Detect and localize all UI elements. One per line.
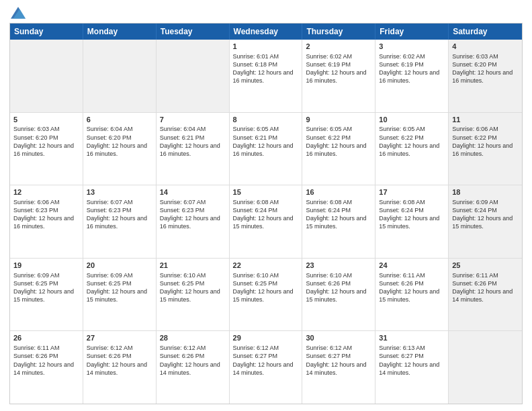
calendar-cell-6: 6Sunrise: 6:04 AM Sunset: 6:20 PM Daylig… [83,113,157,185]
cell-info: Sunrise: 6:09 AM Sunset: 6:25 PM Dayligh… [87,271,152,304]
calendar-cell-8: 8Sunrise: 6:05 AM Sunset: 6:21 PM Daylig… [230,113,303,185]
header-day-sunday: Sunday [10,24,83,40]
day-number: 8 [233,115,299,125]
calendar-cell-17: 17Sunrise: 6:08 AM Sunset: 6:24 PM Dayli… [375,185,449,258]
day-number: 25 [452,261,519,271]
day-number: 1 [233,42,299,52]
day-number: 6 [87,115,152,125]
day-number: 19 [13,261,79,271]
calendar-cell-empty [10,40,83,112]
calendar-cell-27: 27Sunrise: 6:12 AM Sunset: 6:26 PM Dayli… [83,331,157,404]
day-number: 11 [452,115,519,125]
day-number: 10 [379,115,445,125]
calendar-row-5: 26Sunrise: 6:11 AM Sunset: 6:26 PM Dayli… [10,330,522,404]
day-number: 22 [233,261,299,271]
cell-info: Sunrise: 6:04 AM Sunset: 6:20 PM Dayligh… [87,125,152,158]
calendar-cell-28: 28Sunrise: 6:12 AM Sunset: 6:26 PM Dayli… [157,331,230,404]
cell-info: Sunrise: 6:09 AM Sunset: 6:24 PM Dayligh… [452,198,519,231]
day-number: 12 [13,187,79,197]
calendar-cell-empty [157,40,230,112]
header-day-tuesday: Tuesday [157,24,230,40]
cell-info: Sunrise: 6:01 AM Sunset: 6:18 PM Dayligh… [233,52,299,85]
calendar-cell-19: 19Sunrise: 6:09 AM Sunset: 6:25 PM Dayli… [10,259,83,331]
calendar-cell-23: 23Sunrise: 6:10 AM Sunset: 6:26 PM Dayli… [302,259,375,331]
cell-info: Sunrise: 6:07 AM Sunset: 6:23 PM Dayligh… [160,198,226,231]
calendar-cell-7: 7Sunrise: 6:04 AM Sunset: 6:21 PM Daylig… [157,113,230,185]
day-number: 7 [160,115,226,125]
day-number: 26 [13,333,79,343]
calendar-cell-26: 26Sunrise: 6:11 AM Sunset: 6:26 PM Dayli… [10,331,83,404]
cell-info: Sunrise: 6:03 AM Sunset: 6:20 PM Dayligh… [452,52,519,85]
calendar-cell-15: 15Sunrise: 6:08 AM Sunset: 6:24 PM Dayli… [230,185,303,258]
cell-info: Sunrise: 6:11 AM Sunset: 6:26 PM Dayligh… [452,271,519,304]
header-day-thursday: Thursday [302,24,375,40]
calendar-cell-2: 2Sunrise: 6:02 AM Sunset: 6:19 PM Daylig… [302,40,375,112]
day-number: 17 [379,187,445,197]
cell-info: Sunrise: 6:10 AM Sunset: 6:25 PM Dayligh… [233,271,299,304]
header-day-monday: Monday [83,24,157,40]
cell-info: Sunrise: 6:11 AM Sunset: 6:26 PM Dayligh… [13,344,79,377]
cell-info: Sunrise: 6:06 AM Sunset: 6:22 PM Dayligh… [452,125,519,158]
cell-info: Sunrise: 6:10 AM Sunset: 6:26 PM Dayligh… [306,271,371,304]
calendar-cell-25: 25Sunrise: 6:11 AM Sunset: 6:26 PM Dayli… [449,259,522,331]
cell-info: Sunrise: 6:05 AM Sunset: 6:22 PM Dayligh… [306,125,371,158]
cell-info: Sunrise: 6:07 AM Sunset: 6:23 PM Dayligh… [87,198,152,231]
day-number: 29 [233,333,299,343]
day-number: 20 [87,261,152,271]
cell-info: Sunrise: 6:10 AM Sunset: 6:25 PM Dayligh… [160,271,226,304]
calendar-header: SundayMondayTuesdayWednesdayThursdayFrid… [10,24,522,40]
day-number: 5 [13,115,79,125]
day-number: 9 [306,115,371,125]
day-number: 30 [306,333,371,343]
calendar-cell-empty [449,331,522,404]
calendar-row-3: 12Sunrise: 6:06 AM Sunset: 6:23 PM Dayli… [10,185,522,258]
calendar-cell-31: 31Sunrise: 6:13 AM Sunset: 6:27 PM Dayli… [375,331,449,404]
cell-info: Sunrise: 6:12 AM Sunset: 6:27 PM Dayligh… [306,344,371,377]
logo-icon [11,7,26,19]
cell-info: Sunrise: 6:06 AM Sunset: 6:23 PM Dayligh… [13,198,79,231]
cell-info: Sunrise: 6:05 AM Sunset: 6:21 PM Dayligh… [233,125,299,158]
header [9,7,523,19]
calendar-cell-5: 5Sunrise: 6:03 AM Sunset: 6:20 PM Daylig… [10,113,83,185]
page: SundayMondayTuesdayWednesdayThursdayFrid… [0,0,532,411]
calendar-cell-10: 10Sunrise: 6:05 AM Sunset: 6:22 PM Dayli… [375,113,449,185]
logo [9,7,27,19]
calendar-cell-21: 21Sunrise: 6:10 AM Sunset: 6:25 PM Dayli… [157,259,230,331]
day-number: 14 [160,187,226,197]
header-day-wednesday: Wednesday [230,24,303,40]
day-number: 21 [160,261,226,271]
cell-info: Sunrise: 6:12 AM Sunset: 6:26 PM Dayligh… [160,344,226,377]
calendar-cell-1: 1Sunrise: 6:01 AM Sunset: 6:18 PM Daylig… [230,40,303,112]
calendar-cell-4: 4Sunrise: 6:03 AM Sunset: 6:20 PM Daylig… [449,40,522,112]
day-number: 18 [452,187,519,197]
calendar-cell-29: 29Sunrise: 6:12 AM Sunset: 6:27 PM Dayli… [230,331,303,404]
cell-info: Sunrise: 6:08 AM Sunset: 6:24 PM Dayligh… [306,198,371,231]
header-day-saturday: Saturday [449,24,522,40]
calendar-cell-18: 18Sunrise: 6:09 AM Sunset: 6:24 PM Dayli… [449,185,522,258]
calendar-cell-13: 13Sunrise: 6:07 AM Sunset: 6:23 PM Dayli… [83,185,157,258]
calendar-cell-3: 3Sunrise: 6:02 AM Sunset: 6:19 PM Daylig… [375,40,449,112]
calendar-row-1: 1Sunrise: 6:01 AM Sunset: 6:18 PM Daylig… [10,40,522,112]
day-number: 16 [306,187,371,197]
calendar-body: 1Sunrise: 6:01 AM Sunset: 6:18 PM Daylig… [10,40,522,404]
calendar-cell-9: 9Sunrise: 6:05 AM Sunset: 6:22 PM Daylig… [302,113,375,185]
calendar-cell-20: 20Sunrise: 6:09 AM Sunset: 6:25 PM Dayli… [83,259,157,331]
cell-info: Sunrise: 6:04 AM Sunset: 6:21 PM Dayligh… [160,125,226,158]
calendar-cell-12: 12Sunrise: 6:06 AM Sunset: 6:23 PM Dayli… [10,185,83,258]
day-number: 31 [379,333,445,343]
calendar-cell-empty [83,40,157,112]
day-number: 13 [87,187,152,197]
day-number: 2 [306,42,371,52]
day-number: 28 [160,333,226,343]
calendar-cell-16: 16Sunrise: 6:08 AM Sunset: 6:24 PM Dayli… [302,185,375,258]
calendar-cell-22: 22Sunrise: 6:10 AM Sunset: 6:25 PM Dayli… [230,259,303,331]
cell-info: Sunrise: 6:11 AM Sunset: 6:26 PM Dayligh… [379,271,445,304]
calendar-cell-24: 24Sunrise: 6:11 AM Sunset: 6:26 PM Dayli… [375,259,449,331]
day-number: 4 [452,42,519,52]
cell-info: Sunrise: 6:12 AM Sunset: 6:27 PM Dayligh… [233,344,299,377]
cell-info: Sunrise: 6:12 AM Sunset: 6:26 PM Dayligh… [87,344,152,377]
calendar-row-2: 5Sunrise: 6:03 AM Sunset: 6:20 PM Daylig… [10,112,522,185]
cell-info: Sunrise: 6:08 AM Sunset: 6:24 PM Dayligh… [233,198,299,231]
day-number: 27 [87,333,152,343]
calendar-cell-30: 30Sunrise: 6:12 AM Sunset: 6:27 PM Dayli… [302,331,375,404]
